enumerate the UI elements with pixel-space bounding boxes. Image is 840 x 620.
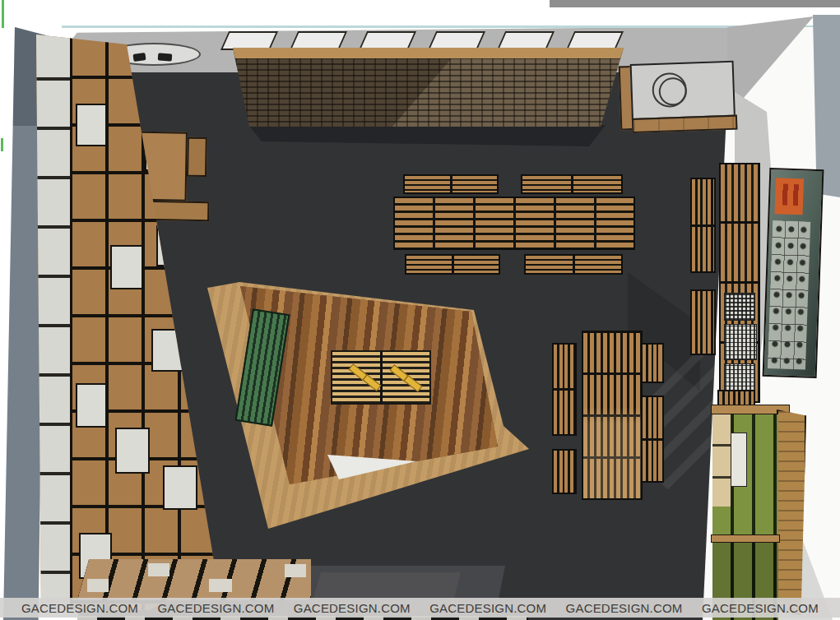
shelf-white-box bbox=[76, 383, 107, 428]
mesh-grate bbox=[724, 324, 757, 360]
cubby-white-top bbox=[209, 579, 232, 592]
shelf-white-box bbox=[110, 245, 143, 289]
mesh-grate bbox=[724, 293, 755, 321]
poster-figure-grid bbox=[768, 220, 810, 369]
skylight-frame bbox=[497, 31, 555, 50]
glass-teal-line bbox=[62, 25, 840, 28]
oval-object-icon bbox=[158, 53, 173, 61]
watermark-text: GACEDESIGN.COM bbox=[294, 601, 411, 615]
bench bbox=[717, 390, 755, 406]
green-shelf-unit bbox=[711, 405, 808, 620]
cubby-white-top bbox=[148, 563, 169, 576]
bench bbox=[690, 178, 716, 273]
edge-green-line bbox=[2, 0, 4, 28]
cubby-grid bbox=[77, 559, 311, 600]
cubby-white-top bbox=[285, 564, 306, 577]
render-canvas: GACEDESIGN.COM GACEDESIGN.COM GACEDESIGN… bbox=[0, 0, 840, 620]
watermark-text: GACEDESIGN.COM bbox=[429, 601, 546, 615]
bench bbox=[521, 174, 623, 194]
poster-orange-block bbox=[774, 178, 804, 215]
bench bbox=[403, 174, 499, 194]
top-gray-bar bbox=[550, 0, 840, 7]
cubby-white-top bbox=[87, 579, 109, 592]
edge-green-tick bbox=[1, 138, 3, 151]
watermark-text: GACEDESIGN.COM bbox=[157, 601, 274, 615]
bench bbox=[641, 343, 664, 383]
skylight-frame bbox=[566, 31, 624, 50]
bench bbox=[405, 254, 500, 275]
shelf-white-box bbox=[76, 104, 107, 146]
bench bbox=[690, 289, 716, 355]
wall-poster bbox=[763, 168, 824, 378]
skylight-frame bbox=[290, 31, 347, 50]
white-cabinet bbox=[618, 57, 741, 135]
skylight-frame bbox=[359, 31, 416, 50]
green-shelf-white-cell bbox=[731, 433, 747, 487]
skylight-frame bbox=[220, 31, 278, 50]
long-slat-table bbox=[393, 197, 635, 250]
bench bbox=[641, 396, 664, 483]
oval-object-icon bbox=[132, 53, 146, 62]
green-shelf-mid-bar bbox=[711, 534, 780, 543]
desk-side bbox=[187, 137, 207, 177]
bench bbox=[552, 449, 577, 494]
watermark-text: GACEDESIGN.COM bbox=[566, 601, 683, 615]
bench bbox=[552, 343, 577, 436]
skylight-frame bbox=[428, 31, 485, 50]
platform-slat-table bbox=[331, 350, 431, 405]
watermark-band: GACEDESIGN.COM GACEDESIGN.COM GACEDESIGN… bbox=[0, 598, 840, 618]
long-slat-table-vertical bbox=[582, 331, 643, 500]
green-shelf-beige-col bbox=[712, 414, 731, 507]
watermark-text: GACEDESIGN.COM bbox=[21, 601, 138, 615]
shelf-white-box bbox=[163, 465, 197, 510]
shelf-white-box bbox=[115, 428, 150, 474]
watermark-text: GACEDESIGN.COM bbox=[702, 601, 819, 615]
cabinet-front-wood bbox=[632, 115, 738, 133]
bench bbox=[524, 254, 623, 275]
green-shelf-side-panel bbox=[777, 409, 806, 615]
bottom-cubby-shelves bbox=[77, 559, 311, 600]
